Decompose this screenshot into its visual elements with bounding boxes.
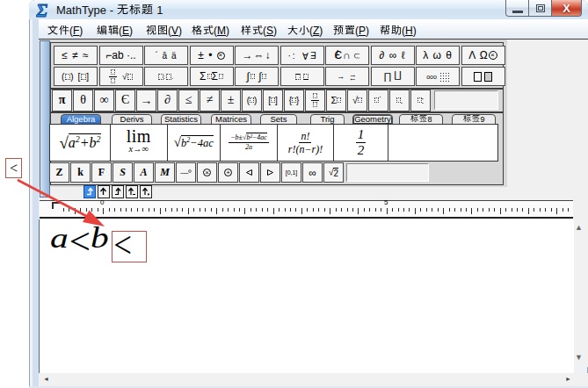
svg-text:Σ: Σ xyxy=(36,2,47,20)
